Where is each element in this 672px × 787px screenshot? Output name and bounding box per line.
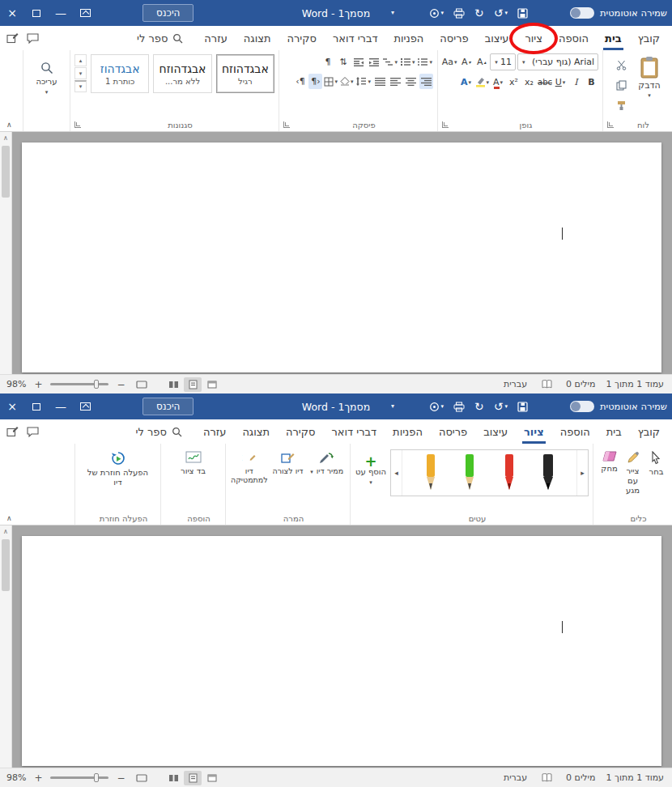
align-left-button[interactable] [389,74,402,89]
zoom-slider-thumb[interactable] [94,380,99,389]
zoom-slider[interactable] [50,383,108,385]
redo-button[interactable]: ↻ [474,7,484,19]
share-button[interactable] [6,426,19,437]
zoom-slider-thumb[interactable] [94,773,99,782]
align-center-button[interactable] [404,74,418,89]
print-layout-button[interactable] [184,771,202,785]
web-layout-button[interactable] [203,771,221,785]
bullets-button[interactable]: ▾ [417,54,433,70]
tab-layout[interactable]: פריסה [432,26,476,50]
read-mode-button[interactable] [164,377,182,392]
comments-button[interactable] [27,33,39,44]
tab-draw[interactable]: ציור [516,419,552,444]
add-pen-button[interactable]: + הוסף עט ▾ [355,449,387,487]
pen-red-pen[interactable] [499,453,520,493]
zoom-in-button[interactable]: + [33,379,43,390]
tab-file[interactable]: קובץ [630,419,668,444]
tab-draw[interactable]: ציור [517,26,551,50]
font-name-select[interactable]: Arial (גוף עברי)▾ [517,53,598,70]
bold-button[interactable]: B [585,74,598,90]
page-indicator[interactable]: עמוד 1 מתוך 1 [606,772,664,783]
close-button[interactable]: × [0,0,24,26]
zoom-out-button[interactable]: − [116,379,125,390]
copy-button[interactable] [615,78,628,93]
decrease-indent-button[interactable] [367,54,381,70]
ltr-text-direction-button[interactable]: ‹¶ [293,74,307,89]
ribbon-display-options-button[interactable] [73,0,97,26]
style-normal[interactable]: אבגדהוזחרגיל [216,54,274,93]
grow-font-button[interactable]: A▴ [474,54,488,70]
font-color-button[interactable]: A▾ [491,74,505,90]
multilevel-list-button[interactable]: ▾ [382,54,398,70]
zoom-level[interactable]: 98% [6,379,26,389]
editing-button[interactable]: עריכה ▾ [36,57,57,118]
clipboard-dialog-launcher[interactable] [607,121,614,128]
word-count[interactable]: 0 מילים [566,772,595,783]
ink-to-math-button[interactable]: π דיו למתמטיקה [230,447,269,485]
scroll-up-icon[interactable]: ∧ [0,132,11,144]
numbering-button[interactable]: ▾ [400,54,416,70]
search-dropdown-icon[interactable]: ▾ [391,402,394,410]
scrollbar-thumb[interactable] [2,146,10,198]
tab-references[interactable]: הפניות [386,26,432,50]
document-page[interactable] [22,536,661,766]
select-button[interactable]: בחר [644,447,668,477]
strikethrough-button[interactable]: abc [538,74,552,90]
focus-mode-button[interactable] [133,377,151,392]
change-case-button[interactable]: Aa▾ [442,54,457,70]
underline-button[interactable]: U▾ [554,74,568,90]
ink-to-shape-button[interactable]: דיו לצורה [269,447,308,475]
maximize-button[interactable] [24,394,49,419]
gallery-scroll-left-button[interactable]: ◂ [391,450,402,496]
tab-mailings[interactable]: דברי דואר [323,419,385,444]
page-indicator[interactable]: עמוד 1 מתוך 1 [606,379,664,389]
pen-yellow-pencil[interactable] [420,453,441,493]
zoom-slider[interactable] [50,776,108,779]
proofing-button[interactable] [538,771,555,785]
subscript-button[interactable]: x₂ [522,74,536,90]
increase-indent-button[interactable] [351,54,365,70]
text-highlight-button[interactable]: ▾ [475,74,491,90]
superscript-button[interactable]: x² [507,74,521,90]
ribbon-display-options-button[interactable] [73,394,97,419]
tab-home[interactable]: בית [598,419,630,444]
ink-replay-button[interactable]: הפעלה חוזרת של דיו [79,447,156,487]
tab-review[interactable]: סקירה [279,26,324,50]
pen-black-pen[interactable] [538,453,559,493]
paste-button[interactable]: הדבק ▾ [631,53,668,99]
redo-button[interactable]: ↻ [474,401,484,412]
styles-scroll-down-button[interactable]: ▾ [74,67,87,79]
minimize-button[interactable]: — [49,394,73,419]
save-button[interactable] [517,402,528,412]
font-size-select[interactable]: 11▾ [490,53,516,70]
touch-mode-button[interactable]: ▾ [429,8,444,19]
autosave-toggle[interactable] [570,7,594,19]
proofing-button[interactable] [538,377,555,392]
tab-layout[interactable]: פריסה [431,419,475,444]
tab-insert[interactable]: הוספה [551,26,597,50]
signin-button[interactable]: היכנס [142,398,194,415]
zoom-in-button[interactable]: + [33,772,43,784]
web-layout-button[interactable] [203,377,221,392]
focus-mode-button[interactable] [133,771,151,785]
maximize-button[interactable] [24,0,49,26]
autosave-toggle[interactable] [570,401,594,412]
gallery-scroll-right-button[interactable]: ▸ [576,450,588,496]
tab-review[interactable]: סקירה [278,419,323,444]
cut-button[interactable] [615,57,628,73]
tab-insert[interactable]: הוספה [552,419,598,444]
styles-more-button[interactable]: ▾ [74,80,87,92]
tell-me-search[interactable]: ספר לי [136,419,182,444]
align-right-button[interactable] [419,74,433,89]
minimize-button[interactable]: — [49,0,73,26]
read-mode-button[interactable] [164,771,182,785]
tab-references[interactable]: הפניות [385,419,431,444]
collapse-ribbon-button[interactable]: ∧ [6,121,12,129]
tab-view[interactable]: תצוגה [236,26,279,50]
eraser-button[interactable]: מחק [598,447,621,474]
ink-converter-button[interactable]: ממיר דיו ▾ [307,447,346,475]
tab-help[interactable]: עזרה [195,419,234,444]
tell-me-search[interactable]: ספר לי [137,26,183,50]
language-indicator[interactable]: עברית [504,772,527,783]
vertical-scrollbar[interactable]: ∧ [0,132,12,374]
